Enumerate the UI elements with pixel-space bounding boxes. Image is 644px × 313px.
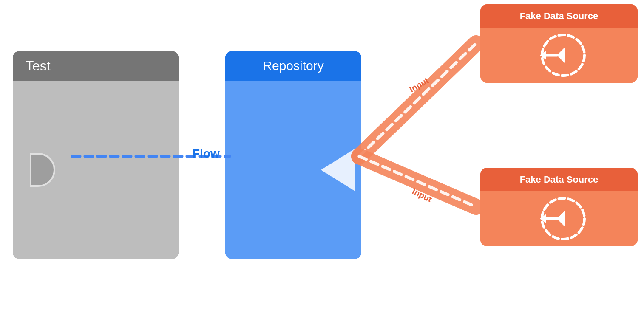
test-block: Test [13, 51, 179, 259]
fake-source-top-title: Fake Data Source [520, 11, 599, 22]
repo-title: Repository [263, 59, 323, 73]
fake-source-bottom-title: Fake Data Source [520, 174, 599, 185]
input-label-top: Input [408, 76, 431, 94]
fake-source-bottom: Fake Data Source [480, 168, 638, 246]
fake-source-top-header: Fake Data Source [480, 4, 638, 28]
diagram: Test Repository Fake Data Source [0, 0, 644, 313]
test-title: Test [26, 58, 51, 74]
triangle-arrow [321, 149, 355, 191]
svg-line-11 [359, 156, 476, 207]
fake-source-top-body [480, 28, 638, 83]
fake-source-bottom-icon [531, 195, 587, 242]
repo-body [225, 81, 361, 259]
svg-line-10 [359, 43, 476, 156]
fake-source-top: Fake Data Source [480, 4, 638, 83]
d-shape-inner [30, 153, 55, 187]
test-header: Test [13, 51, 179, 81]
flow-label: Flow [193, 147, 220, 161]
test-body [13, 81, 179, 259]
input-label-bottom: Input [411, 186, 434, 204]
d-shape-connector [30, 153, 55, 187]
fake-source-bottom-header: Fake Data Source [480, 168, 638, 191]
repo-block: Repository [225, 51, 361, 259]
fake-source-bottom-body [480, 191, 638, 246]
svg-line-9 [359, 43, 476, 156]
svg-line-12 [359, 156, 476, 207]
fake-source-top-icon [531, 32, 587, 79]
repo-header: Repository [225, 51, 361, 81]
